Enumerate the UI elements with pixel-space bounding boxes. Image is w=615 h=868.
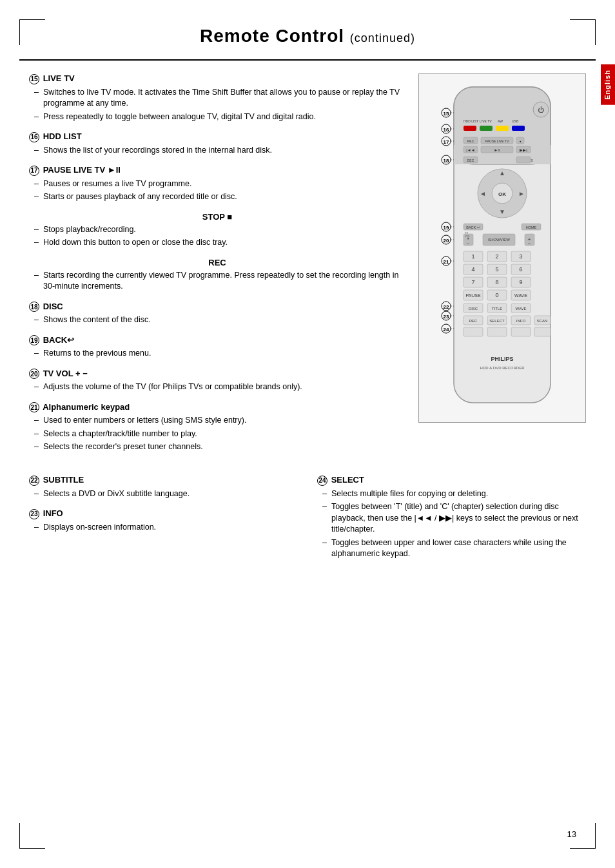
circle-num-21: 21 xyxy=(29,402,39,412)
svg-text:PAUSE: PAUSE xyxy=(465,293,481,298)
svg-text:8: 8 xyxy=(495,279,498,285)
bullet-list-rec: Starts recording the currently viewed TV… xyxy=(29,270,405,293)
svg-text:18: 18 xyxy=(444,158,449,164)
svg-text:0: 0 xyxy=(495,292,498,298)
svg-text:INFO: INFO xyxy=(516,319,526,323)
section-title-rec: REC xyxy=(29,258,405,267)
bullet-item: Adjusts the volume of the TV (for Philip… xyxy=(34,381,405,393)
svg-rect-5 xyxy=(464,126,476,131)
bullet-item: Toggles between upper and lower case cha… xyxy=(322,537,586,560)
bullet-item: Selects multiple files for copying or de… xyxy=(322,488,586,500)
svg-text:WAVE: WAVE xyxy=(515,307,526,311)
svg-rect-89 xyxy=(487,327,507,336)
section-subtitle: 22 SUBTITLE Selects a DVD or DivX subtit… xyxy=(29,475,298,499)
svg-text:WAVE: WAVE xyxy=(514,293,527,298)
svg-text:9: 9 xyxy=(519,279,522,285)
section-title-stop: STOP ■ xyxy=(29,212,405,222)
corner-border xyxy=(570,19,596,20)
section-hdd-list: 16 HDD LIST Shows the list of your recor… xyxy=(29,131,405,156)
svg-text:16: 16 xyxy=(444,127,449,133)
bullet-item: Press repeatedly to toggle between analo… xyxy=(34,111,405,123)
section-title-info: 23 INFO xyxy=(29,508,298,519)
svg-text:PAUSE LIVE TV: PAUSE LIVE TV xyxy=(485,139,509,143)
bottom-left: 22 SUBTITLE Selects a DVD or DivX subtit… xyxy=(29,475,298,569)
remote-svg-container: ⏻ HDD LIST LIVE TV AW USB REC xyxy=(425,81,579,416)
section-back: 19 BACK↩ Returns to the previous menu. xyxy=(29,335,405,360)
svg-text:2: 2 xyxy=(495,253,498,260)
svg-text:15: 15 xyxy=(444,111,449,117)
section-title-disc: 18 DISC xyxy=(29,302,405,313)
main-content: 15 LIVE TV Switches to live TV mode. It … xyxy=(0,61,615,475)
svg-text:►II: ►II xyxy=(494,148,500,152)
svg-text:●: ● xyxy=(519,139,521,143)
language-tab: English xyxy=(601,64,615,105)
svg-text:1: 1 xyxy=(471,253,474,260)
bullet-item: Selects a DVD or DivX subtitle language. xyxy=(34,488,298,500)
svg-text:REC: REC xyxy=(467,139,474,143)
section-title-hdd-list: 16 HDD LIST xyxy=(29,131,405,142)
bullet-list-stop: Stops playback/recording. Hold down this… xyxy=(29,224,405,249)
section-title-pause-live-tv: 17 PAUSE LIVE TV ►II xyxy=(29,165,405,176)
bullet-list-hdd: Shows the list of your recordings stored… xyxy=(29,145,405,157)
svg-text:SELECT: SELECT xyxy=(489,319,505,323)
corner-border xyxy=(595,823,596,849)
svg-text:22: 22 xyxy=(444,304,449,310)
svg-rect-6 xyxy=(480,126,493,131)
svg-text:3: 3 xyxy=(519,253,522,260)
svg-text:HDD LIST: HDD LIST xyxy=(464,119,478,123)
section-disc: 18 DISC Shows the content of the disc. xyxy=(29,302,405,326)
bullet-list-select: Selects multiple files for copying or de… xyxy=(317,488,586,560)
svg-text:|◄◄: |◄◄ xyxy=(466,148,474,152)
section-rec: REC Starts recording the currently viewe… xyxy=(29,258,405,293)
bullet-list-pause: Pauses or resumes a live TV programme. S… xyxy=(29,178,405,203)
circle-num-17: 17 xyxy=(29,166,39,176)
circle-num-23: 23 xyxy=(29,509,39,519)
bullet-item: Toggles between 'T' (title) and 'C' (cha… xyxy=(322,501,586,535)
svg-rect-28 xyxy=(516,157,531,163)
svg-text:BACK ↩: BACK ↩ xyxy=(466,226,480,229)
bullet-list-subtitle: Selects a DVD or DivX subtitle language. xyxy=(29,488,298,500)
bullet-list-alpha: Used to enter numbers or letters (using … xyxy=(29,415,405,453)
svg-text:▶▶|: ▶▶| xyxy=(520,148,527,152)
bottom-content: 22 SUBTITLE Selects a DVD or DivX subtit… xyxy=(0,475,615,582)
section-info: 23 INFO Displays on-screen information. xyxy=(29,508,298,533)
corner-border xyxy=(19,848,45,849)
bullet-item: Starts recording the currently viewed TV… xyxy=(34,270,405,293)
svg-text:OK: OK xyxy=(498,191,506,197)
svg-text:▲: ▲ xyxy=(499,169,505,177)
section-title-back: 19 BACK↩ xyxy=(29,335,405,346)
bullet-item: Stops playback/recording. xyxy=(34,224,405,236)
svg-text:21: 21 xyxy=(444,259,449,265)
bullet-item: Hold down this button to open or close t… xyxy=(34,237,405,249)
svg-text:17: 17 xyxy=(444,139,449,145)
bullet-item: Shows the content of the disc. xyxy=(34,314,405,326)
section-stop: STOP ■ Stops playback/recording. Hold do… xyxy=(29,212,405,249)
circle-num-16: 16 xyxy=(29,132,39,142)
svg-text:►: ► xyxy=(518,190,525,197)
svg-text:5: 5 xyxy=(495,266,498,273)
svg-text:REC: REC xyxy=(469,319,478,323)
circle-num-19: 19 xyxy=(29,335,39,345)
svg-text:LIVE TV: LIVE TV xyxy=(480,119,492,123)
svg-rect-8 xyxy=(512,126,525,131)
bullet-item: Returns to the previous menu. xyxy=(34,348,405,360)
page-number: 13 xyxy=(567,829,576,839)
svg-rect-90 xyxy=(511,327,531,336)
circle-num-24: 24 xyxy=(317,476,327,486)
svg-text:AW: AW xyxy=(498,119,503,123)
corner-border xyxy=(570,848,596,849)
svg-rect-7 xyxy=(496,126,509,131)
bullet-item: Used to enter numbers or letters (using … xyxy=(34,415,405,427)
corner-border xyxy=(595,19,596,45)
svg-rect-88 xyxy=(464,327,483,336)
bullet-list-disc: Shows the content of the disc. xyxy=(29,314,405,326)
svg-text:20: 20 xyxy=(444,238,449,244)
section-select: 24 SELECT Selects multiple files for cop… xyxy=(317,475,586,560)
circle-num-22: 22 xyxy=(29,476,39,486)
bullet-item: Starts or pauses playback of any recorde… xyxy=(34,191,405,203)
bottom-right: 24 SELECT Selects multiple files for cop… xyxy=(317,475,586,569)
svg-text:DISC: DISC xyxy=(469,307,478,311)
svg-text:HDD & DVD RECORDER: HDD & DVD RECORDER xyxy=(480,366,525,370)
section-alphanumeric: 21 Alphanumeric keypad Used to enter num… xyxy=(29,402,405,453)
section-title-select: 24 SELECT xyxy=(317,475,586,486)
